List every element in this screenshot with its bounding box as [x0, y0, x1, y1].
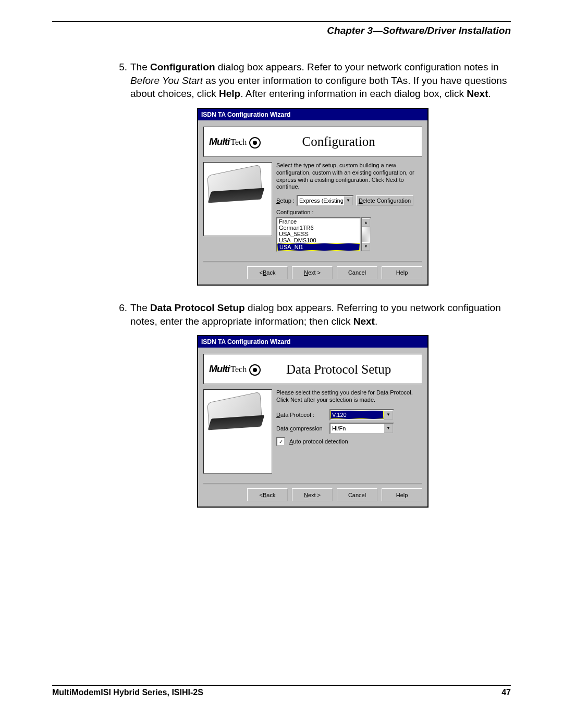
multitech-logo: MultiTech: [209, 362, 261, 376]
list-item[interactable]: France: [277, 218, 360, 225]
page-number: 47: [501, 688, 511, 697]
chapter-header: Chapter 3—Software/Driver Installation: [52, 25, 511, 36]
back-button[interactable]: < Back: [247, 488, 288, 501]
dialog-banner: MultiTech Data Protocol Setup: [203, 354, 422, 384]
multitech-logo: MultiTech: [209, 135, 261, 149]
step-5: 5. The Configuration dialog box appears.…: [115, 60, 511, 101]
banner-title: Data Protocol Setup: [261, 361, 417, 378]
scroll-up-icon[interactable]: ▲: [362, 218, 370, 227]
logo-dot-icon: [249, 364, 261, 376]
help-button[interactable]: Help: [382, 266, 422, 279]
step-6: 6. The Data Protocol Setup dialog box ap…: [115, 301, 511, 328]
page-footer: MultiModemISI Hybrid Series, ISIHI-2S 47: [52, 685, 511, 697]
device-image: [203, 389, 272, 474]
dialog-titlebar: ISDN TA Configuration Wizard: [198, 336, 427, 348]
step-5-text: The Configuration dialog box appears. Re…: [130, 60, 511, 101]
setup-label: Setup :: [276, 197, 295, 205]
data-compression-dropdown[interactable]: Hi/Fn ▼: [329, 423, 394, 434]
configuration-listbox[interactable]: France German1TR6 USA_5ESS USA_DMS100 US…: [276, 217, 361, 252]
data-protocol-dropdown[interactable]: V.120 ▼: [329, 409, 394, 421]
dialog-banner: MultiTech Configuration: [203, 127, 422, 157]
setup-dropdown[interactable]: Express (Existing) ▼: [297, 195, 354, 206]
help-button[interactable]: Help: [382, 488, 422, 501]
list-item[interactable]: German1TR6: [277, 225, 360, 231]
delete-configuration-button[interactable]: Delete Configuration: [356, 195, 413, 206]
banner-title: Configuration: [261, 133, 417, 151]
cancel-button[interactable]: Cancel: [337, 266, 377, 279]
configuration-wizard-dialog: ISDN TA Configuration Wizard MultiTech C…: [197, 108, 429, 286]
chevron-down-icon[interactable]: ▼: [384, 410, 393, 419]
configuration-label: Configuration :: [276, 208, 422, 216]
list-item[interactable]: USA_5ESS: [277, 231, 360, 237]
instruction-text: Select the type of setup, custom buildin…: [276, 162, 422, 191]
device-image: [203, 162, 272, 236]
chevron-down-icon[interactable]: ▼: [384, 424, 393, 433]
listbox-scrollbar[interactable]: ▲ ▼: [361, 217, 371, 252]
logo-dot-icon: [249, 137, 261, 149]
chevron-down-icon[interactable]: ▼: [344, 196, 353, 205]
instruction-text: Please select the setting you desire for…: [276, 389, 422, 404]
back-button[interactable]: < Back: [247, 266, 288, 279]
cancel-button[interactable]: Cancel: [337, 488, 377, 501]
data-protocol-label: Data Protocol :: [276, 411, 327, 419]
list-item-selected[interactable]: USA_NI1: [277, 243, 360, 251]
data-protocol-wizard-dialog: ISDN TA Configuration Wizard MultiTech D…: [197, 335, 429, 508]
next-button[interactable]: Next >: [292, 488, 333, 501]
data-compression-label: Data compression: [276, 425, 327, 433]
step-5-num: 5.: [115, 60, 127, 101]
footer-title: MultiModemISI Hybrid Series, ISIHI-2S: [52, 688, 203, 697]
next-button[interactable]: Next >: [292, 266, 333, 279]
step-6-num: 6.: [115, 301, 127, 328]
list-item[interactable]: USA_DMS100: [277, 237, 360, 243]
step-6-text: The Data Protocol Setup dialog box appea…: [130, 301, 511, 328]
auto-protocol-checkbox[interactable]: ✓: [276, 437, 285, 446]
scroll-down-icon[interactable]: ▼: [362, 242, 370, 251]
dialog-titlebar: ISDN TA Configuration Wizard: [198, 109, 427, 120]
auto-protocol-label: Auto protocol detection: [289, 438, 348, 446]
